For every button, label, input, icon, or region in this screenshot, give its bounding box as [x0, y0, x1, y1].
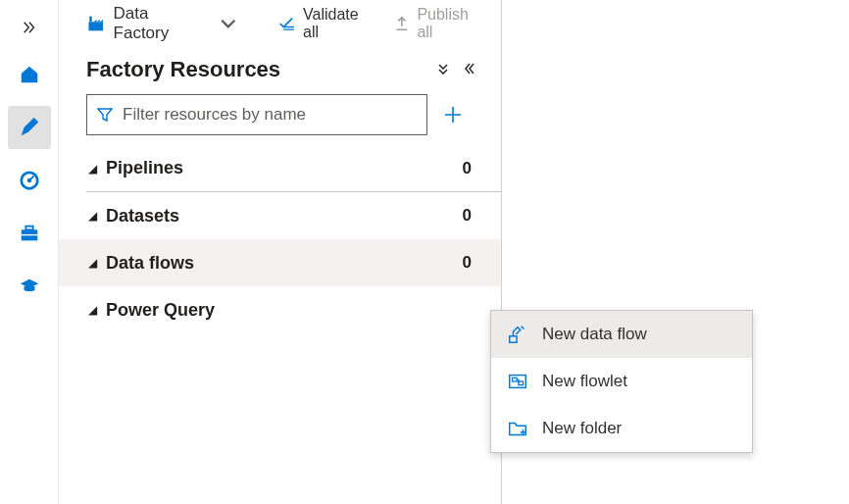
factory-icon: [86, 14, 106, 33]
data-flow-icon: [507, 324, 528, 345]
ctx-new-folder[interactable]: New folder: [491, 405, 752, 452]
tree-label: Pipelines: [106, 158, 463, 178]
validate-icon: [278, 15, 296, 32]
gauge-icon: [19, 170, 40, 191]
left-nav-rail: [0, 0, 59, 504]
ctx-label: New folder: [542, 419, 622, 438]
nav-learn[interactable]: [8, 265, 51, 308]
filter-input[interactable]: [121, 104, 417, 126]
validate-all-button[interactable]: Validate all: [278, 6, 376, 41]
new-folder-icon: [507, 418, 528, 439]
svg-rect-6: [89, 17, 91, 23]
nav-monitor[interactable]: [8, 159, 51, 202]
rail-expand-toggle[interactable]: [10, 12, 49, 43]
publish-all-button: Publish all: [393, 6, 487, 41]
resource-panel: Data Factory Validate all Publish all Fa…: [59, 0, 502, 504]
panel-header: Factory Resources: [59, 47, 501, 88]
filter-row: [59, 88, 501, 141]
double-chevron-left-icon: [462, 62, 475, 76]
svg-rect-4: [21, 234, 37, 235]
ctx-label: New data flow: [542, 325, 647, 344]
svg-rect-9: [513, 378, 518, 381]
publish-icon: [393, 15, 411, 32]
svg-point-1: [26, 178, 31, 183]
nav-manage[interactable]: [8, 212, 51, 255]
caret-icon: ◢: [88, 162, 106, 176]
plus-icon: [443, 105, 463, 125]
expand-all-button[interactable]: [430, 62, 456, 78]
nav-home[interactable]: [8, 53, 51, 96]
svg-rect-7: [510, 336, 517, 342]
context-menu: New data flow New flowlet New folder: [490, 310, 753, 453]
caret-icon: ◢: [88, 209, 106, 223]
ctx-new-flowlet[interactable]: New flowlet: [491, 358, 752, 405]
top-toolbar: Data Factory Validate all Publish all: [59, 0, 501, 47]
double-chevron-right-icon: [21, 19, 38, 36]
workspace-switcher[interactable]: Data Factory: [86, 4, 263, 43]
tree-label: Datasets: [106, 206, 463, 227]
flowlet-icon: [507, 371, 528, 392]
caret-icon: ◢: [88, 303, 106, 317]
caret-icon: ◢: [88, 256, 106, 270]
validate-label: Validate all: [303, 6, 377, 41]
nav-author[interactable]: [8, 106, 51, 149]
filter-box[interactable]: [86, 94, 427, 135]
tree-count: 0: [463, 206, 472, 226]
graduation-cap-icon: [19, 276, 40, 297]
svg-rect-5: [88, 22, 103, 30]
svg-rect-3: [25, 227, 32, 230]
publish-label: Publish all: [417, 6, 487, 41]
workspace-name: Data Factory: [114, 4, 207, 43]
add-resource-button[interactable]: [433, 94, 473, 135]
chevron-down-icon: [219, 14, 238, 33]
filter-icon: [97, 107, 113, 123]
collapse-panel-button[interactable]: [456, 62, 481, 78]
tree-row-datasets[interactable]: ◢ Datasets 0: [59, 192, 501, 239]
ctx-new-data-flow[interactable]: New data flow: [491, 311, 752, 358]
home-icon: [19, 64, 40, 85]
double-chevron-down-icon: [436, 62, 450, 76]
tree-count: 0: [463, 253, 472, 273]
tree-count: 0: [463, 159, 472, 178]
tree-row-powerquery[interactable]: ◢ Power Query: [59, 286, 501, 333]
toolbox-icon: [19, 223, 40, 244]
ctx-label: New flowlet: [542, 372, 627, 391]
resource-tree: ◢ Pipelines 0 ◢ Datasets 0 ◢ Data flows …: [59, 141, 501, 333]
svg-rect-10: [519, 381, 524, 385]
tree-label: Power Query: [106, 300, 472, 321]
tree-row-pipelines[interactable]: ◢ Pipelines 0: [86, 145, 501, 192]
panel-title: Factory Resources: [86, 57, 430, 82]
tree-row-dataflows[interactable]: ◢ Data flows 0: [59, 239, 501, 286]
tree-label: Data flows: [106, 253, 463, 274]
pencil-icon: [19, 117, 40, 138]
